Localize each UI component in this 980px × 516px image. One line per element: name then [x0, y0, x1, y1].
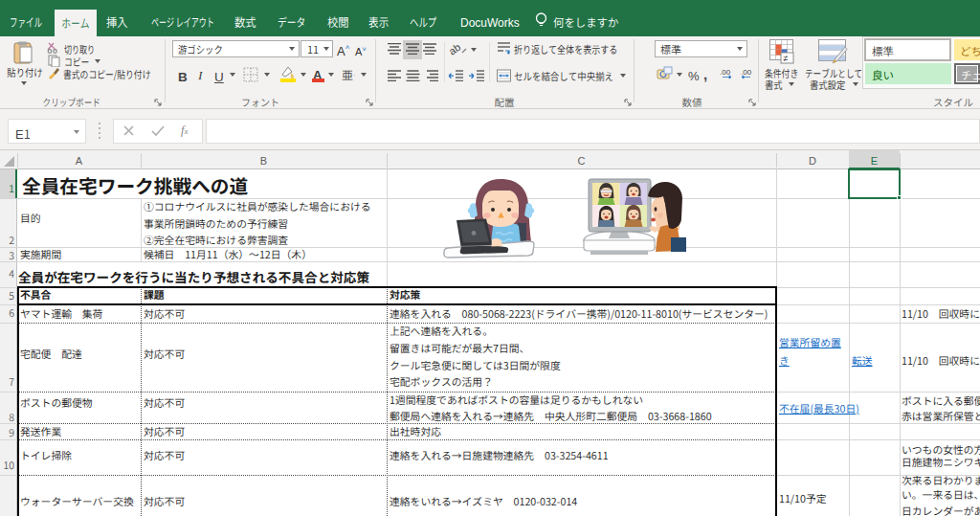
svg-text:.00: .00	[741, 68, 752, 77]
svg-text:ab: ab	[450, 42, 462, 56]
svg-text:≠: ≠	[784, 54, 789, 63]
